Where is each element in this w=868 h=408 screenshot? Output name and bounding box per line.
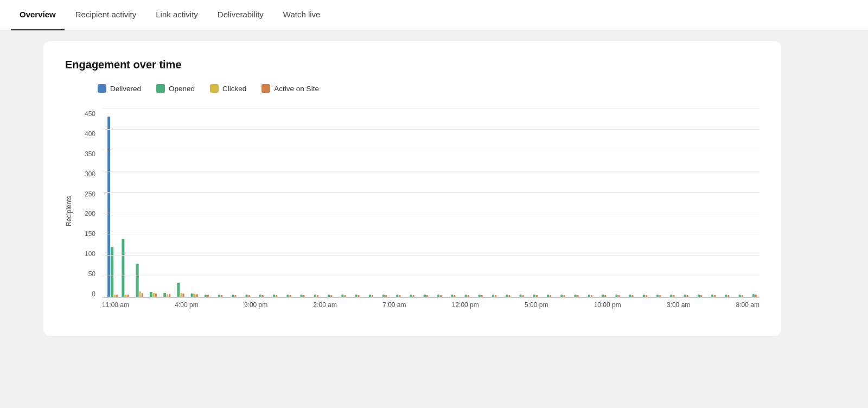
svg-rect-16: [177, 283, 180, 297]
tab-recipient-activity[interactable]: Recipient activity: [67, 0, 145, 30]
bars-svg: [102, 108, 760, 297]
svg-rect-72: [547, 295, 549, 297]
svg-rect-84: [629, 295, 631, 297]
svg-rect-102: [752, 294, 755, 297]
svg-rect-58: [451, 295, 453, 297]
svg-rect-19: [191, 294, 194, 297]
svg-rect-89: [659, 295, 661, 297]
tab-link-activity[interactable]: Link activity: [147, 0, 207, 30]
svg-rect-76: [575, 295, 577, 297]
svg-rect-30: [259, 295, 261, 297]
svg-rect-6: [127, 295, 129, 297]
svg-rect-65: [495, 295, 496, 297]
svg-rect-85: [632, 295, 634, 297]
legend-opened-box: [156, 84, 165, 93]
svg-rect-39: [317, 295, 318, 297]
svg-rect-10: [150, 292, 152, 297]
svg-rect-8: [139, 291, 141, 297]
chart-container: Recipients 450 400 350 300 250 200 150 1…: [65, 108, 760, 314]
card-title: Engagement over time: [65, 59, 760, 71]
svg-rect-60: [465, 295, 467, 297]
svg-rect-99: [727, 295, 729, 297]
svg-rect-48: [382, 295, 385, 297]
tab-watch-live[interactable]: Watch live: [275, 0, 329, 30]
tab-overview[interactable]: Overview: [11, 0, 65, 30]
svg-rect-29: [248, 295, 250, 297]
svg-rect-94: [698, 295, 700, 297]
legend-clicked-box: [210, 84, 219, 93]
x-label-900pm: 9:00 pm: [244, 301, 267, 309]
tabs-bar: Overview Recipient activity Link activit…: [0, 0, 868, 30]
svg-rect-38: [314, 295, 316, 297]
x-label-800am: 8:00 am: [736, 301, 760, 309]
svg-rect-74: [560, 295, 563, 297]
svg-rect-40: [328, 295, 330, 297]
svg-rect-37: [303, 295, 305, 297]
svg-rect-80: [602, 295, 604, 297]
chart-bars-area: [102, 108, 760, 298]
svg-rect-50: [396, 295, 398, 297]
svg-rect-57: [440, 295, 442, 297]
svg-rect-46: [369, 295, 371, 297]
x-label-700am: 7:00 am: [382, 301, 406, 309]
svg-rect-62: [478, 295, 481, 297]
svg-rect-81: [604, 295, 606, 297]
legend-active-box: [261, 84, 270, 93]
x-label-1100am: 11:00 am: [102, 301, 129, 309]
svg-rect-54: [424, 295, 426, 297]
legend-active-on-site: Active on Site: [261, 84, 319, 93]
svg-rect-24: [218, 295, 220, 297]
svg-rect-71: [536, 295, 538, 297]
svg-rect-59: [454, 295, 455, 297]
svg-rect-22: [205, 295, 207, 297]
svg-rect-7: [136, 264, 139, 297]
legend-clicked-label: Clicked: [222, 85, 246, 93]
svg-rect-31: [262, 295, 264, 297]
svg-rect-45: [358, 295, 360, 297]
svg-rect-93: [687, 295, 688, 297]
svg-rect-41: [330, 295, 332, 297]
svg-rect-86: [643, 295, 645, 297]
svg-rect-101: [742, 295, 743, 297]
tab-deliverability[interactable]: Deliverability: [209, 0, 272, 30]
svg-rect-56: [437, 295, 439, 297]
svg-rect-44: [355, 295, 358, 297]
svg-rect-34: [286, 295, 289, 297]
svg-rect-0: [107, 117, 110, 297]
svg-rect-12: [155, 294, 157, 297]
svg-rect-35: [289, 295, 291, 297]
svg-rect-100: [739, 295, 741, 297]
svg-rect-64: [492, 295, 494, 297]
svg-rect-96: [711, 295, 713, 297]
svg-rect-92: [684, 295, 686, 297]
svg-rect-11: [153, 293, 155, 297]
svg-rect-75: [563, 295, 565, 297]
svg-rect-9: [142, 293, 143, 297]
svg-rect-79: [591, 295, 592, 297]
svg-rect-66: [506, 295, 508, 297]
svg-rect-32: [273, 295, 275, 297]
legend-delivered-box: [98, 84, 106, 93]
legend-opened: Opened: [156, 84, 195, 93]
y-axis-ticks: 450 400 350 300 250 200 150 100 50 0: [75, 108, 102, 314]
svg-rect-95: [700, 295, 702, 297]
svg-rect-42: [341, 295, 343, 297]
svg-rect-33: [276, 295, 277, 297]
svg-rect-51: [399, 295, 400, 297]
svg-rect-14: [167, 294, 168, 297]
svg-rect-90: [670, 295, 672, 297]
x-axis: 11:00 am 4:00 pm 9:00 pm 2:00 am 7:00 am…: [102, 298, 760, 309]
svg-rect-5: [125, 295, 126, 297]
svg-rect-87: [646, 295, 647, 297]
svg-rect-68: [520, 295, 522, 297]
svg-rect-67: [508, 295, 510, 297]
legend-opened-label: Opened: [169, 85, 195, 93]
legend-active-label: Active on Site: [274, 85, 319, 93]
svg-rect-3: [116, 295, 118, 297]
x-label-1200pm: 12:00 pm: [452, 301, 479, 309]
svg-rect-91: [673, 295, 674, 297]
svg-rect-63: [481, 295, 483, 297]
svg-rect-70: [533, 295, 535, 297]
svg-rect-49: [385, 295, 387, 297]
svg-rect-47: [372, 295, 373, 297]
